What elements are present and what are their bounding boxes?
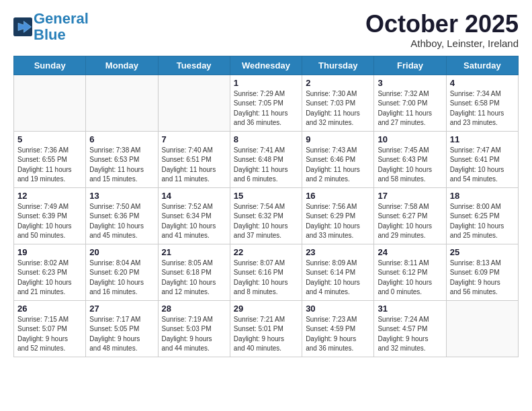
- day-header-friday: Friday: [374, 56, 446, 75]
- day-detail: Sunrise: 7:52 AM Sunset: 6:34 PM Dayligh…: [162, 202, 226, 241]
- day-detail: Sunrise: 7:19 AM Sunset: 5:03 PM Dayligh…: [162, 315, 226, 354]
- day-number: 19: [17, 247, 82, 257]
- calendar-week-2: 5Sunrise: 7:36 AM Sunset: 6:55 PM Daylig…: [14, 131, 519, 187]
- calendar-cell: 19Sunrise: 8:02 AM Sunset: 6:23 PM Dayli…: [14, 244, 86, 300]
- day-detail: Sunrise: 7:58 AM Sunset: 6:27 PM Dayligh…: [378, 202, 442, 241]
- day-detail: Sunrise: 7:50 AM Sunset: 6:36 PM Dayligh…: [89, 202, 154, 241]
- calendar-week-4: 19Sunrise: 8:02 AM Sunset: 6:23 PM Dayli…: [14, 244, 519, 300]
- calendar-cell: 18Sunrise: 8:00 AM Sunset: 6:25 PM Dayli…: [446, 187, 518, 244]
- day-number: 30: [306, 304, 370, 314]
- calendar-cell: 28Sunrise: 7:19 AM Sunset: 5:03 PM Dayli…: [158, 300, 230, 357]
- day-number: 15: [234, 191, 298, 201]
- day-number: 16: [306, 191, 370, 201]
- calendar-week-1: 1Sunrise: 7:29 AM Sunset: 7:05 PM Daylig…: [14, 75, 519, 131]
- day-number: 23: [306, 247, 370, 257]
- day-number: 18: [450, 191, 515, 201]
- calendar-table: SundayMondayTuesdayWednesdayThursdayFrid…: [13, 56, 519, 357]
- calendar-body: 1Sunrise: 7:29 AM Sunset: 7:05 PM Daylig…: [14, 75, 519, 357]
- calendar-cell: [14, 75, 86, 131]
- calendar-cell: 16Sunrise: 7:56 AM Sunset: 6:29 PM Dayli…: [302, 187, 374, 244]
- calendar-cell: 26Sunrise: 7:15 AM Sunset: 5:07 PM Dayli…: [14, 300, 86, 357]
- logo-text: General Blue: [34, 11, 89, 43]
- day-detail: Sunrise: 8:13 AM Sunset: 6:09 PM Dayligh…: [450, 259, 515, 298]
- day-header-saturday: Saturday: [446, 56, 518, 75]
- day-detail: Sunrise: 7:40 AM Sunset: 6:51 PM Dayligh…: [162, 146, 226, 185]
- calendar-cell: 15Sunrise: 7:54 AM Sunset: 6:32 PM Dayli…: [230, 187, 302, 244]
- day-number: 7: [162, 134, 226, 144]
- calendar-cell: 12Sunrise: 7:49 AM Sunset: 6:39 PM Dayli…: [14, 187, 86, 244]
- day-header-thursday: Thursday: [302, 56, 374, 75]
- calendar-week-5: 26Sunrise: 7:15 AM Sunset: 5:07 PM Dayli…: [14, 300, 519, 357]
- day-detail: Sunrise: 7:41 AM Sunset: 6:48 PM Dayligh…: [234, 146, 298, 185]
- calendar-cell: 25Sunrise: 8:13 AM Sunset: 6:09 PM Dayli…: [446, 244, 518, 300]
- day-detail: Sunrise: 7:56 AM Sunset: 6:29 PM Dayligh…: [306, 202, 370, 241]
- day-detail: Sunrise: 7:47 AM Sunset: 6:41 PM Dayligh…: [450, 146, 515, 185]
- day-detail: Sunrise: 7:17 AM Sunset: 5:05 PM Dayligh…: [89, 315, 154, 354]
- calendar-cell: 1Sunrise: 7:29 AM Sunset: 7:05 PM Daylig…: [230, 75, 302, 131]
- calendar-cell: 10Sunrise: 7:45 AM Sunset: 6:43 PM Dayli…: [374, 131, 446, 187]
- day-number: 9: [306, 134, 370, 144]
- day-number: 1: [234, 78, 298, 88]
- day-detail: Sunrise: 8:05 AM Sunset: 6:18 PM Dayligh…: [162, 259, 226, 298]
- calendar-week-3: 12Sunrise: 7:49 AM Sunset: 6:39 PM Dayli…: [14, 187, 519, 244]
- day-detail: Sunrise: 7:43 AM Sunset: 6:46 PM Dayligh…: [306, 146, 370, 185]
- calendar-cell: [446, 300, 518, 357]
- calendar-cell: 31Sunrise: 7:24 AM Sunset: 4:57 PM Dayli…: [374, 300, 446, 357]
- day-number: 21: [162, 247, 226, 257]
- day-detail: Sunrise: 7:24 AM Sunset: 4:57 PM Dayligh…: [378, 315, 442, 354]
- day-number: 24: [378, 247, 442, 257]
- day-detail: Sunrise: 7:36 AM Sunset: 6:55 PM Dayligh…: [17, 146, 82, 185]
- day-number: 3: [378, 78, 442, 88]
- month-title: October 2025: [365, 11, 519, 38]
- page: General Blue October 2025 Athboy, Leinst…: [0, 0, 532, 364]
- calendar-cell: 7Sunrise: 7:40 AM Sunset: 6:51 PM Daylig…: [158, 131, 230, 187]
- day-header-sunday: Sunday: [14, 56, 86, 75]
- calendar-cell: 22Sunrise: 8:07 AM Sunset: 6:16 PM Dayli…: [230, 244, 302, 300]
- day-number: 8: [234, 134, 298, 144]
- day-detail: Sunrise: 8:09 AM Sunset: 6:14 PM Dayligh…: [306, 259, 370, 298]
- day-number: 22: [234, 247, 298, 257]
- day-detail: Sunrise: 7:15 AM Sunset: 5:07 PM Dayligh…: [17, 315, 82, 354]
- calendar-cell: [158, 75, 230, 131]
- day-detail: Sunrise: 7:45 AM Sunset: 6:43 PM Dayligh…: [378, 146, 442, 185]
- day-number: 10: [378, 134, 442, 144]
- calendar-cell: 27Sunrise: 7:17 AM Sunset: 5:05 PM Dayli…: [86, 300, 158, 357]
- day-number: 12: [17, 191, 82, 201]
- day-detail: Sunrise: 8:00 AM Sunset: 6:25 PM Dayligh…: [450, 202, 515, 241]
- calendar-cell: [86, 75, 158, 131]
- day-detail: Sunrise: 7:34 AM Sunset: 6:58 PM Dayligh…: [450, 89, 515, 128]
- calendar-cell: 24Sunrise: 8:11 AM Sunset: 6:12 PM Dayli…: [374, 244, 446, 300]
- calendar-cell: 3Sunrise: 7:32 AM Sunset: 7:00 PM Daylig…: [374, 75, 446, 131]
- logo-line1: General: [34, 10, 89, 27]
- day-number: 20: [89, 247, 154, 257]
- calendar-cell: 6Sunrise: 7:38 AM Sunset: 6:53 PM Daylig…: [86, 131, 158, 187]
- calendar-cell: 9Sunrise: 7:43 AM Sunset: 6:46 PM Daylig…: [302, 131, 374, 187]
- calendar-cell: 29Sunrise: 7:21 AM Sunset: 5:01 PM Dayli…: [230, 300, 302, 357]
- day-number: 13: [89, 191, 154, 201]
- day-number: 27: [89, 304, 154, 314]
- day-header-tuesday: Tuesday: [158, 56, 230, 75]
- day-number: 6: [89, 134, 154, 144]
- day-detail: Sunrise: 7:49 AM Sunset: 6:39 PM Dayligh…: [17, 202, 82, 241]
- logo: General Blue: [13, 11, 89, 43]
- day-number: 29: [234, 304, 298, 314]
- logo-icon: [13, 17, 32, 36]
- day-number: 25: [450, 247, 515, 257]
- day-number: 14: [162, 191, 226, 201]
- calendar-cell: 17Sunrise: 7:58 AM Sunset: 6:27 PM Dayli…: [374, 187, 446, 244]
- day-detail: Sunrise: 8:11 AM Sunset: 6:12 PM Dayligh…: [378, 259, 442, 298]
- calendar-cell: 4Sunrise: 7:34 AM Sunset: 6:58 PM Daylig…: [446, 75, 518, 131]
- day-header-monday: Monday: [86, 56, 158, 75]
- calendar-cell: 11Sunrise: 7:47 AM Sunset: 6:41 PM Dayli…: [446, 131, 518, 187]
- day-detail: Sunrise: 8:07 AM Sunset: 6:16 PM Dayligh…: [234, 259, 298, 298]
- logo-line2: Blue: [34, 27, 89, 43]
- day-number: 4: [450, 78, 515, 88]
- day-number: 31: [378, 304, 442, 314]
- day-header-wednesday: Wednesday: [230, 56, 302, 75]
- day-detail: Sunrise: 7:38 AM Sunset: 6:53 PM Dayligh…: [89, 146, 154, 185]
- header-row: SundayMondayTuesdayWednesdayThursdayFrid…: [14, 56, 519, 75]
- day-detail: Sunrise: 7:21 AM Sunset: 5:01 PM Dayligh…: [234, 315, 298, 354]
- calendar-header: SundayMondayTuesdayWednesdayThursdayFrid…: [14, 56, 519, 75]
- day-number: 5: [17, 134, 82, 144]
- subtitle: Athboy, Leinster, Ireland: [365, 38, 519, 49]
